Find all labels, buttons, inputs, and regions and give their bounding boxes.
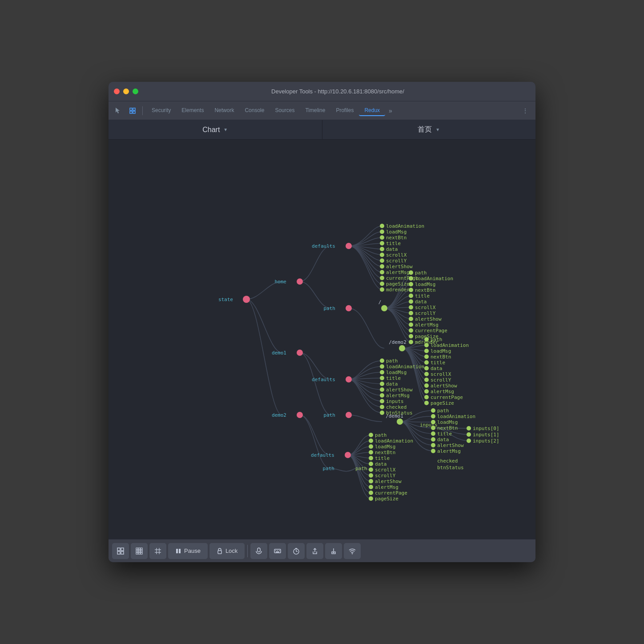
tab-security[interactable]: Security	[146, 105, 176, 116]
svg-text:scrollX: scrollX	[431, 371, 451, 377]
svg-text:data: data	[386, 381, 398, 387]
svg-rect-4	[133, 111, 135, 113]
tab-elements[interactable]: Elements	[176, 105, 209, 116]
svg-text:scrollY: scrollY	[431, 377, 451, 383]
tab-sources[interactable]: Sources	[270, 105, 300, 116]
timer-button[interactable]	[288, 543, 305, 559]
svg-rect-161	[138, 552, 140, 554]
menu-dots-button[interactable]: ⋮	[519, 105, 532, 116]
mic-button[interactable]	[250, 543, 267, 559]
svg-point-114	[431, 449, 435, 453]
svg-point-94	[380, 399, 384, 403]
svg-rect-1	[130, 108, 132, 110]
node-home	[297, 278, 303, 285]
svg-point-28	[380, 287, 384, 292]
svg-point-129	[369, 444, 373, 449]
svg-rect-3	[130, 111, 132, 113]
svg-text:alertMsg: alertMsg	[386, 270, 410, 275]
svg-rect-2	[133, 108, 135, 110]
svg-rect-152	[117, 551, 120, 554]
svg-point-78	[424, 401, 429, 405]
svg-text:nextBtn: nextBtn	[431, 354, 451, 360]
svg-point-26	[380, 282, 384, 286]
svg-point-68	[424, 372, 429, 376]
download-button[interactable]	[325, 543, 342, 559]
tab-profiles[interactable]: Profiles	[330, 105, 359, 116]
node-path-demo1	[346, 412, 352, 418]
svg-text:mdrender: mdrender	[386, 287, 410, 293]
svg-text:inputs[0]: inputs[0]	[473, 426, 499, 431]
inspect-icon[interactable]	[126, 105, 139, 117]
tab-redux[interactable]: Redux	[359, 105, 385, 116]
svg-point-80	[380, 358, 384, 363]
svg-point-32	[409, 276, 413, 281]
svg-point-102	[431, 414, 435, 419]
window-title: Developer Tools - http://10.20.6.181:808…	[145, 88, 530, 95]
svg-rect-151	[121, 548, 124, 551]
more-tabs-button[interactable]: »	[385, 105, 396, 116]
pause-button[interactable]: Pause	[168, 543, 208, 559]
svg-point-44	[409, 311, 413, 315]
svg-point-58	[424, 343, 429, 347]
label-path-demo1: path	[324, 412, 336, 418]
svg-point-127	[369, 439, 373, 443]
svg-text:currentPage: currentPage	[375, 490, 407, 496]
label-slash-demo2-upper: /demo2	[389, 339, 407, 345]
svg-point-50	[409, 328, 413, 333]
svg-text:title: title	[437, 431, 452, 437]
svg-point-137	[369, 467, 373, 472]
svg-text:loadAnimation: loadAnimation	[386, 223, 424, 229]
svg-point-96	[380, 405, 384, 409]
cursor-icon[interactable]	[112, 105, 125, 117]
svg-point-131	[369, 450, 373, 455]
label-demo1: demo1	[272, 350, 286, 356]
svg-point-76	[424, 395, 429, 399]
svg-point-20	[380, 264, 384, 269]
svg-text:currentPage: currentPage	[431, 394, 463, 400]
maximize-button[interactable]	[133, 89, 138, 94]
tab-console[interactable]: Console	[239, 105, 270, 116]
svg-text:data: data	[415, 299, 427, 305]
svg-rect-154	[136, 548, 138, 550]
svg-text:scrollX: scrollX	[415, 305, 436, 310]
svg-text:title: title	[431, 360, 445, 366]
lock-button[interactable]: Lock	[209, 543, 245, 559]
grid-large-button[interactable]	[149, 543, 166, 559]
grid-small-button[interactable]	[112, 543, 129, 559]
svg-text:alertShow: alertShow	[386, 264, 413, 270]
devtools-window: Developer Tools - http://10.20.6.181:808…	[109, 82, 535, 562]
tab-network[interactable]: Network	[209, 105, 239, 116]
svg-point-100	[431, 408, 435, 413]
wifi-button[interactable]	[344, 543, 361, 559]
node-slash-demo1	[397, 419, 403, 425]
close-button[interactable]	[114, 89, 120, 94]
svg-text:loadMsg: loadMsg	[431, 348, 451, 354]
upload-button[interactable]	[306, 543, 323, 559]
tab-timeline[interactable]: Timeline	[300, 105, 330, 116]
right-panel-chevron[interactable]: ▼	[435, 127, 440, 132]
svg-text:currentPage: currentPage	[415, 328, 447, 334]
svg-point-18	[380, 258, 384, 263]
label-home: home	[275, 279, 287, 285]
svg-point-86	[380, 376, 384, 380]
left-panel-title: Chart	[202, 126, 220, 134]
svg-text:btnStatus: btnStatus	[386, 410, 413, 416]
svg-rect-153	[121, 551, 124, 554]
label-state: state	[218, 297, 233, 302]
grid-medium-button[interactable]	[131, 543, 148, 559]
chart-canvas[interactable]: state home demo1 demo2 defaults path /	[109, 140, 535, 539]
keyboard-button[interactable]	[269, 543, 286, 559]
svg-point-72	[424, 383, 429, 388]
label-defaults-demo1: defaults	[312, 377, 335, 382]
svg-point-82	[380, 364, 384, 369]
svg-text:alertMsg: alertMsg	[386, 393, 410, 398]
svg-point-46	[409, 317, 413, 321]
content-area: state home demo1 demo2 defaults path /	[109, 140, 535, 539]
minimize-button[interactable]	[123, 89, 129, 94]
left-panel-chevron[interactable]: ▼	[223, 127, 228, 132]
svg-point-52	[409, 334, 413, 338]
right-panel-header: 首页 ▼	[322, 120, 536, 139]
svg-text:path: path	[415, 270, 427, 276]
svg-text:inputs[2]: inputs[2]	[473, 438, 499, 444]
svg-text:loadMsg: loadMsg	[375, 444, 395, 450]
